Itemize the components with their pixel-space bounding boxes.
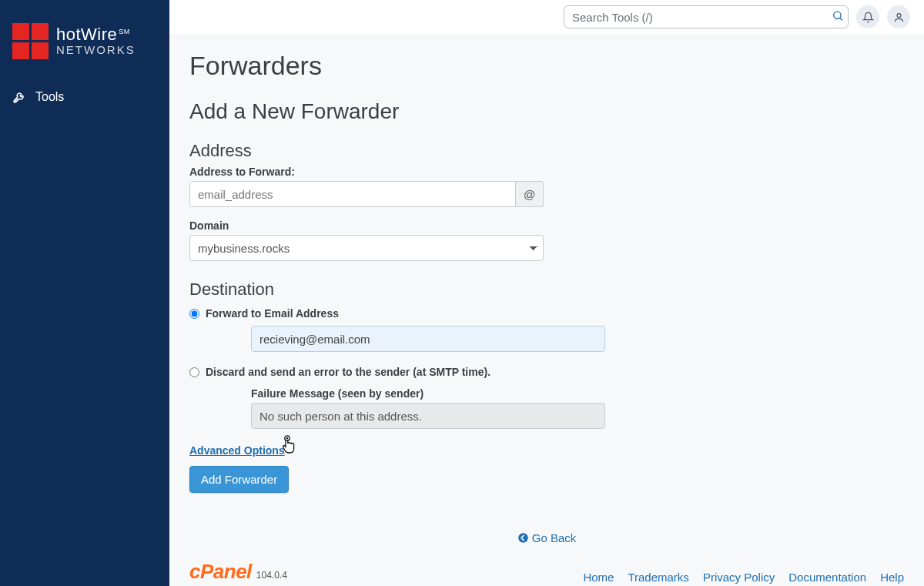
sidebar: hotWireSM NETWORKS Tools [0, 0, 169, 586]
sidebar-item-label: Tools [35, 90, 64, 104]
radio-forward-label: Forward to Email Address [206, 307, 339, 320]
account-button[interactable] [887, 5, 910, 28]
cpanel-logo: cPanel 104.0.4 [189, 560, 287, 584]
domain-select[interactable]: mybusiness.rocks [189, 235, 544, 261]
section-title: Add a New Forwarder [189, 99, 904, 124]
footer-link-documentation[interactable]: Documentation [788, 571, 866, 584]
brand-mark [12, 23, 49, 59]
radio-discard[interactable] [189, 367, 199, 377]
user-icon [893, 12, 905, 23]
brand-logo: hotWireSM NETWORKS [0, 23, 169, 82]
cursor-hand-icon [280, 435, 299, 455]
at-addon: @ [516, 181, 544, 207]
failure-label: Failure Message (seen by sender) [251, 387, 605, 400]
tools-icon [12, 90, 26, 104]
address-heading: Address [189, 141, 904, 161]
radio-forward[interactable] [189, 309, 199, 319]
destination-heading: Destination [189, 280, 904, 300]
svg-line-2 [840, 18, 842, 21]
advanced-options-link[interactable]: Advanced Options [189, 444, 285, 457]
footer-link-help[interactable]: Help [880, 571, 904, 584]
content: Forwarders Add a New Forwarder Address A… [169, 34, 924, 586]
brand-sm: SM [119, 28, 130, 35]
arrow-left-circle-icon [517, 532, 529, 544]
footer-link-home[interactable]: Home [583, 571, 614, 584]
add-forwarder-button[interactable]: Add Forwarder [189, 466, 289, 493]
brand-name: hotWire [56, 25, 117, 44]
footer-links: Home Trademarks Privacy Policy Documenta… [583, 571, 904, 584]
search-input[interactable] [564, 5, 849, 28]
cpanel-word: cPanel [189, 560, 252, 584]
topbar [169, 0, 924, 34]
radio-discard-label: Discard and send an error to the sender … [206, 366, 490, 378]
go-back-link[interactable]: Go Back [517, 531, 577, 544]
failure-message-input[interactable] [251, 403, 605, 429]
address-label: Address to Forward: [189, 166, 544, 178]
cpanel-version: 104.0.4 [256, 570, 287, 581]
sidebar-item-tools[interactable]: Tools [0, 82, 169, 112]
brand-subtitle: NETWORKS [56, 44, 136, 57]
notifications-button[interactable] [856, 5, 879, 28]
svg-point-3 [897, 13, 901, 17]
search-button[interactable] [832, 10, 844, 25]
footer-link-privacy[interactable]: Privacy Policy [703, 571, 775, 584]
footer-link-trademarks[interactable]: Trademarks [628, 571, 688, 584]
domain-label: Domain [189, 219, 544, 232]
bell-icon [862, 12, 874, 23]
forward-email-input[interactable] [251, 326, 605, 352]
svg-point-6 [518, 533, 528, 543]
address-input[interactable] [189, 181, 516, 207]
svg-point-5 [286, 437, 288, 439]
page-title: Forwarders [189, 51, 904, 81]
search-icon [832, 10, 844, 22]
go-back-row: Go Back [189, 531, 904, 544]
svg-point-1 [834, 12, 841, 18]
